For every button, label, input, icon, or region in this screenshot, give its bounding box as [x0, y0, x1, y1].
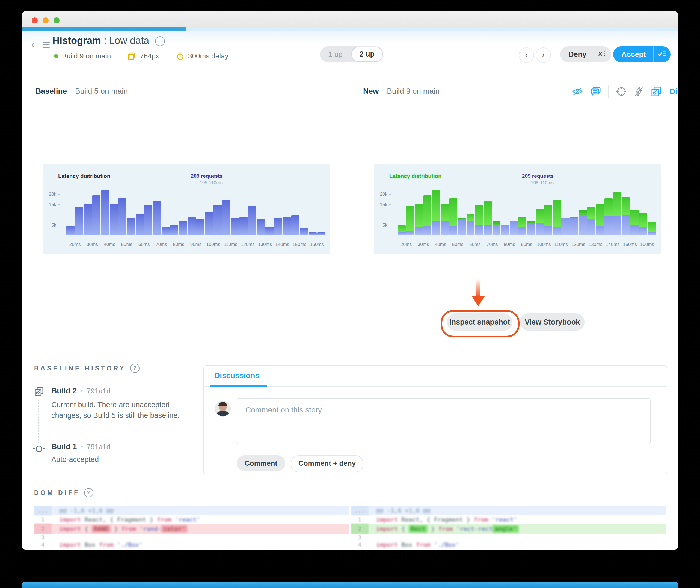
zoom-window-button[interactable] — [54, 17, 60, 23]
accept-batch-icon[interactable] — [654, 50, 671, 59]
discussions-tabbar: Discussions — [204, 366, 667, 387]
page-title: Histogram : Low data → — [52, 35, 165, 46]
new-build: Build 9 on main — [387, 87, 440, 95]
story-name: Low data — [109, 35, 149, 46]
history-item-build2-description: Current build. There are unaccepted chan… — [51, 400, 180, 421]
history-item-build1-description: Auto-accepted — [51, 454, 180, 465]
go-to-story-icon[interactable]: → — [155, 36, 165, 46]
dom-diff-help-icon[interactable]: ? — [84, 488, 93, 497]
commit-hash: 791a1d — [87, 443, 111, 451]
baseline-snapshot-chart: Latency distribution 209 requests 105-11… — [43, 164, 330, 254]
new-label: New — [363, 87, 379, 95]
focus-crosshair-icon[interactable] — [616, 86, 627, 97]
baseline-header: Baseline Build 5 on main — [35, 87, 128, 96]
deny-label: Deny — [560, 50, 594, 59]
diff-toggle-label[interactable]: Diff — [669, 87, 678, 96]
diff-icon[interactable] — [651, 86, 662, 97]
delay-timer-icon — [176, 52, 184, 60]
accept-button[interactable]: Accept — [613, 46, 671, 62]
history-item-build2: Build 2 • 791a1d — [51, 387, 111, 395]
baseline-history-help-icon[interactable]: ? — [130, 364, 140, 373]
new-header: New Build 9 on main — [363, 87, 440, 96]
history-item-build1: Build 1 • 791a1d — [51, 442, 111, 451]
commit-node-icon — [36, 446, 42, 452]
dom-diff-heading: DOM DIFF ? — [34, 488, 93, 497]
app-window: ‹ Histogram : Low data → Build 9 on main… — [22, 11, 678, 550]
viewport-text: 764px — [140, 52, 159, 60]
commit-hash: 791a1d — [87, 387, 111, 395]
active-tab-underline — [210, 385, 267, 387]
snapshot-diff-icon — [34, 387, 44, 396]
avatar — [215, 401, 231, 417]
baseline-build: Build 5 on main — [75, 87, 128, 95]
previous-change-button[interactable]: ‹ — [519, 47, 534, 63]
snapshot-toolbar: Diff — [572, 85, 678, 98]
build-status-text: Build 9 on main — [62, 52, 111, 60]
component-name: Histogram — [52, 35, 101, 46]
timeline-connector — [38, 400, 39, 443]
view-storybook-button[interactable]: View Storybook — [520, 313, 585, 331]
dom-diff-right-pane: ...@@ -1,6 +1,6 @@1import React, { Fragm… — [351, 506, 666, 550]
page-progress-fill — [22, 27, 186, 31]
comment-input[interactable] — [237, 398, 651, 444]
dom-diff-left-pane: ...@@ -1,6 +1,6 @@1import React, { Fragm… — [34, 506, 349, 550]
next-change-button[interactable]: › — [536, 47, 551, 63]
background-progress-strip — [22, 582, 678, 588]
dom-diff-block: ...@@ -1,6 +1,6 @@1import React, { Fragm… — [34, 506, 666, 550]
page-progress-bar — [22, 27, 678, 31]
baseline-label: Baseline — [35, 87, 67, 95]
build-meta-row: Build 9 on main 764px 300ms delay — [54, 52, 229, 60]
layout-toggle: 1 up 2 up — [320, 46, 383, 62]
chart-bars — [398, 171, 656, 235]
close-window-button[interactable] — [32, 17, 38, 23]
toggle-2up[interactable]: 2 up — [351, 47, 383, 62]
build-status-dot — [54, 54, 58, 58]
disable-animations-icon[interactable] — [634, 86, 644, 97]
tab-discussions[interactable]: Discussions — [214, 371, 259, 380]
minimize-window-button[interactable] — [43, 17, 49, 23]
toolbar-divider — [608, 85, 609, 98]
viewport-icon — [128, 52, 136, 60]
pane-divider — [351, 101, 351, 342]
comment-deny-button[interactable]: Comment + deny — [291, 455, 363, 472]
comments-icon[interactable] — [590, 87, 601, 96]
chart-x-labels: 20ms30ms40ms50ms60ms70ms80ms90ms100ms110… — [398, 242, 656, 247]
deny-button[interactable]: Deny — [560, 46, 611, 62]
delay-text: 300ms delay — [188, 52, 228, 60]
deny-batch-icon[interactable] — [594, 50, 611, 59]
chart-x-labels: 20ms30ms40ms50ms60ms70ms80ms90ms100ms110… — [66, 242, 325, 247]
story-list-icon[interactable] — [43, 40, 50, 49]
inspect-snapshot-button[interactable]: Inspect snapshot — [447, 313, 512, 331]
baseline-history-heading: BASELINE HISTORY ? — [34, 364, 140, 373]
callout-arrow-icon — [472, 296, 485, 306]
toggle-1up[interactable]: 1 up — [320, 50, 351, 59]
comment-button[interactable]: Comment — [237, 455, 285, 471]
compare-bottom-divider — [22, 342, 678, 342]
title-separator: : — [104, 35, 109, 46]
window-titlebar — [22, 11, 678, 27]
callout-arrow-stem — [476, 279, 480, 297]
accept-label: Accept — [613, 50, 653, 59]
chart-bars — [66, 171, 325, 235]
hide-diff-eye-icon[interactable] — [572, 87, 583, 96]
discussions-card: Discussions Comment Comment + deny — [203, 365, 667, 474]
back-icon[interactable]: ‹ — [31, 39, 35, 50]
new-snapshot-diff-chart: Latency distribution 209 requests 105-11… — [374, 164, 661, 254]
